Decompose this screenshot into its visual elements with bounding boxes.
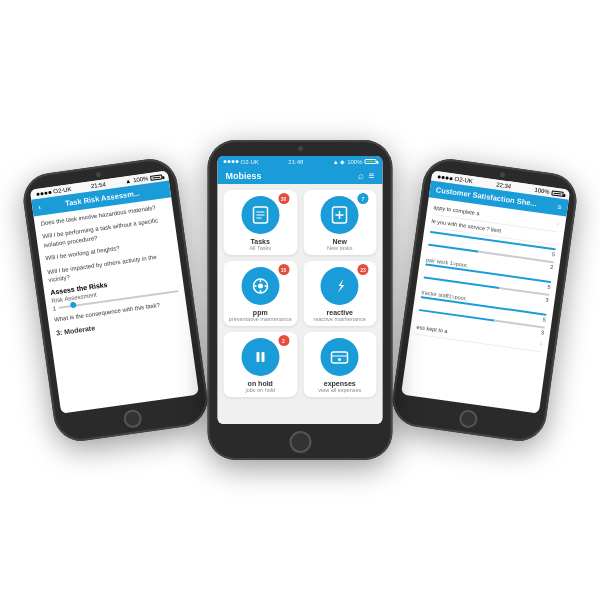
center-time: 21:48 <box>288 159 303 165</box>
phones-scene: O2-UK 21:54 ▲ 100% ‹ Task Risk Assessm..… <box>20 20 580 580</box>
tile-onhold-badge: 2 <box>278 335 289 346</box>
left-back-icon[interactable]: ‹ <box>38 203 42 212</box>
left-body: Does the task involve hazardous material… <box>34 197 189 341</box>
svg-point-8 <box>258 284 263 289</box>
tile-tasks-sublabel: All Tasks <box>249 245 271 251</box>
tile-onhold-icon <box>241 338 279 376</box>
tile-tasks-badge: 30 <box>278 193 289 204</box>
center-home-body: 30 Tasks All Tasks <box>218 184 383 424</box>
svg-rect-14 <box>261 352 264 362</box>
center-phone: O2-UK 21:48 ▲ ◆ 100% Mobiess ⌕ ≡ <box>208 140 393 460</box>
center-header-icons: ⌕ ≡ <box>358 170 375 181</box>
tile-reactive[interactable]: 23 reactive reactive maintenance <box>303 261 377 326</box>
tile-ppm-sublabel: preventative maintenance <box>229 316 292 322</box>
right-phone: O2-UK 22:34 100% Customer Satisfaction S… <box>389 156 580 445</box>
tile-tasks-icon <box>241 196 279 234</box>
left-screen: O2-UK 21:54 ▲ 100% ‹ Task Risk Assessm..… <box>30 171 199 414</box>
tile-new-icon <box>321 196 359 234</box>
right-camera <box>499 172 505 178</box>
svg-rect-13 <box>256 352 259 362</box>
tile-ppm[interactable]: 15 ppm <box>224 261 298 326</box>
home-grid: 30 Tasks All Tasks <box>224 190 377 397</box>
center-home-button[interactable] <box>289 431 311 453</box>
center-app-header: Mobiess ⌕ ≡ <box>218 167 383 184</box>
tile-ppm-icon <box>241 267 279 305</box>
tile-reactive-badge: 23 <box>358 264 369 275</box>
right-chevron-1: › <box>556 219 560 228</box>
tile-expenses-label: expenses <box>324 380 356 387</box>
tile-ppm-badge: 15 <box>278 264 289 275</box>
left-risk-number: 1 <box>52 306 56 312</box>
tile-tasks[interactable]: 30 Tasks All Tasks <box>224 190 298 255</box>
tile-tasks-label: Tasks <box>251 238 270 245</box>
right-menu-icon[interactable]: ≡ <box>557 202 563 212</box>
right-time: 22:34 <box>496 182 512 190</box>
tile-new[interactable]: 7 New New tasks <box>303 190 377 255</box>
tile-onhold[interactable]: 2 on hold jobs on hold <box>224 332 298 397</box>
left-phone: O2-UK 21:54 ▲ 100% ‹ Task Risk Assessm..… <box>20 156 211 445</box>
left-camera <box>95 172 101 178</box>
tile-reactive-label: reactive <box>327 309 353 316</box>
tile-expenses[interactable]: expenses view all expenses <box>303 332 377 397</box>
center-status-bar: O2-UK 21:48 ▲ ◆ 100% <box>218 156 383 167</box>
tile-onhold-sublabel: jobs on hold <box>245 387 275 393</box>
center-app-name: Mobiess <box>226 171 262 181</box>
left-time: 21:54 <box>91 181 107 189</box>
tile-reactive-sublabel: reactive maintenance <box>314 316 366 322</box>
tile-reactive-icon <box>321 267 359 305</box>
tile-ppm-label: ppm <box>253 309 268 316</box>
right-home-button[interactable] <box>458 409 478 429</box>
tile-new-sublabel: New tasks <box>327 245 352 251</box>
left-home-button[interactable] <box>122 409 142 429</box>
center-screen: O2-UK 21:48 ▲ ◆ 100% Mobiess ⌕ ≡ <box>218 156 383 424</box>
right-chevron-2: › <box>539 339 543 348</box>
svg-rect-15 <box>332 352 348 363</box>
center-camera <box>298 146 303 151</box>
tile-onhold-label: on hold <box>248 380 273 387</box>
center-search-icon[interactable]: ⌕ <box>358 170 364 181</box>
tile-new-label: New <box>333 238 347 245</box>
svg-point-17 <box>338 358 341 361</box>
right-body: appy to complete a › le you with the ser… <box>409 197 567 360</box>
tile-new-badge: 7 <box>358 193 369 204</box>
center-menu-icon[interactable]: ≡ <box>369 170 375 181</box>
tile-expenses-icon <box>321 338 359 376</box>
tile-expenses-sublabel: view all expenses <box>318 387 361 393</box>
right-screen: O2-UK 22:34 100% Customer Satisfaction S… <box>401 171 570 414</box>
